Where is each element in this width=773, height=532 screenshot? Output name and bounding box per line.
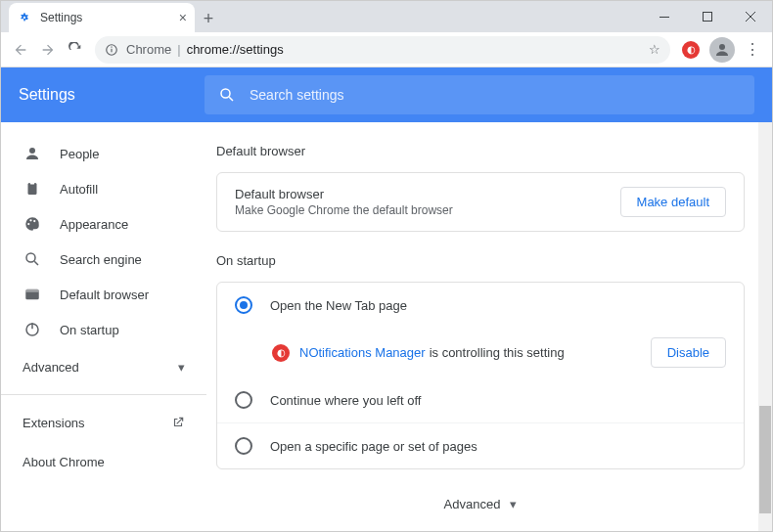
sidebar-item-label: Appearance bbox=[60, 217, 128, 232]
extension-notice-row: ◐ NOtifications Manager is controlling t… bbox=[217, 328, 744, 377]
svg-point-7 bbox=[29, 148, 35, 154]
browser-icon bbox=[23, 286, 42, 303]
settings-header: Settings bbox=[1, 67, 772, 122]
startup-option-continue[interactable]: Continue where you left off bbox=[217, 377, 744, 422]
svg-rect-8 bbox=[28, 183, 37, 195]
clipboard-icon bbox=[23, 180, 42, 198]
separator: | bbox=[177, 42, 180, 57]
svg-point-12 bbox=[33, 220, 35, 222]
card-on-startup: Open the New Tab page ◐ NOtifications Ma… bbox=[216, 282, 745, 469]
svg-rect-9 bbox=[30, 182, 35, 185]
section-on-startup: On startup bbox=[216, 253, 745, 268]
sidebar-item-label: Default browser bbox=[60, 288, 149, 302]
external-link-icon bbox=[171, 416, 185, 429]
about-label: About Chrome bbox=[23, 455, 105, 469]
forward-button[interactable] bbox=[34, 36, 62, 64]
power-icon bbox=[23, 321, 42, 338]
startup-option-newtab[interactable]: Open the New Tab page bbox=[217, 283, 744, 328]
main-panel: Default browser Default browser Make Goo… bbox=[206, 122, 772, 532]
radio-selected-icon[interactable] bbox=[235, 296, 252, 314]
row-subtitle: Make Google Chrome the default browser bbox=[235, 203, 453, 217]
url-text: chrome://settings bbox=[187, 42, 284, 57]
browser-tab[interactable]: Settings × bbox=[9, 3, 195, 32]
section-default-browser: Default browser bbox=[216, 144, 745, 158]
svg-point-5 bbox=[719, 44, 725, 50]
reload-button[interactable] bbox=[62, 36, 89, 64]
tab-title: Settings bbox=[40, 11, 82, 24]
settings-title: Settings bbox=[19, 86, 205, 104]
divider bbox=[1, 394, 206, 395]
sidebar-item-label: Autofill bbox=[60, 182, 98, 197]
settings-favicon bbox=[17, 10, 32, 25]
extension-badge-icon: ◐ bbox=[272, 344, 290, 362]
row-title: Default browser bbox=[235, 187, 453, 201]
svg-rect-1 bbox=[704, 13, 712, 22]
search-input[interactable] bbox=[250, 87, 741, 103]
palette-icon bbox=[23, 215, 42, 233]
content-area: People Autofill Appearance Search engine… bbox=[1, 122, 772, 532]
svg-rect-17 bbox=[31, 323, 33, 329]
sidebar-item-autofill[interactable]: Autofill bbox=[1, 171, 206, 206]
back-button[interactable] bbox=[7, 36, 34, 64]
startup-option-specific[interactable]: Open a specific page or set of pages bbox=[217, 422, 744, 468]
profile-avatar[interactable] bbox=[709, 37, 735, 63]
make-default-button[interactable]: Make default bbox=[620, 187, 726, 217]
window-titlebar: Settings × + bbox=[1, 1, 772, 32]
advanced-expand-button[interactable]: Advanced ▾ bbox=[216, 497, 745, 511]
option-label: Continue where you left off bbox=[270, 393, 421, 408]
close-window-button[interactable] bbox=[729, 1, 772, 32]
svg-rect-0 bbox=[659, 17, 669, 18]
minimize-button[interactable] bbox=[643, 1, 686, 32]
sidebar-item-appearance[interactable]: Appearance bbox=[1, 206, 206, 242]
maximize-button[interactable] bbox=[686, 1, 729, 32]
new-tab-button[interactable]: + bbox=[195, 5, 222, 32]
sidebar-item-people[interactable]: People bbox=[1, 136, 206, 171]
sidebar-item-default-browser[interactable]: Default browser bbox=[1, 277, 206, 312]
info-icon bbox=[105, 43, 118, 57]
window-controls bbox=[643, 1, 772, 32]
advanced-label: Advanced bbox=[23, 360, 79, 375]
origin-chip: Chrome bbox=[126, 42, 171, 57]
svg-point-13 bbox=[26, 253, 35, 262]
svg-point-6 bbox=[221, 89, 230, 98]
scrollbar-thumb[interactable] bbox=[759, 406, 771, 513]
sidebar: People Autofill Appearance Search engine… bbox=[1, 122, 206, 532]
search-settings[interactable] bbox=[205, 75, 754, 114]
menu-button[interactable]: ⋮ bbox=[739, 36, 766, 64]
svg-rect-4 bbox=[111, 46, 112, 47]
advanced-label: Advanced bbox=[444, 497, 501, 511]
card-default-browser: Default browser Make Google Chrome the d… bbox=[216, 172, 745, 232]
sidebar-item-label: Search engine bbox=[60, 252, 142, 267]
extensions-label: Extensions bbox=[23, 416, 85, 430]
chevron-down-icon: ▾ bbox=[510, 497, 517, 511]
tab-close-icon[interactable]: × bbox=[179, 10, 187, 25]
sidebar-extensions[interactable]: Extensions bbox=[1, 403, 206, 442]
search-icon bbox=[218, 86, 236, 104]
chevron-down-icon: ▾ bbox=[178, 360, 185, 375]
sidebar-about[interactable]: About Chrome bbox=[1, 442, 206, 481]
svg-point-11 bbox=[29, 219, 31, 221]
option-label: Open the New Tab page bbox=[270, 298, 407, 313]
toolbar: Chrome | chrome://settings ☆ ◐ ⋮ bbox=[1, 32, 772, 67]
extension-link[interactable]: NOtifications Manager bbox=[299, 345, 426, 360]
sidebar-item-label: People bbox=[60, 147, 99, 161]
radio-icon[interactable] bbox=[235, 391, 252, 409]
address-bar[interactable]: Chrome | chrome://settings ☆ bbox=[95, 36, 670, 64]
sidebar-advanced[interactable]: Advanced ▾ bbox=[1, 347, 206, 386]
radio-icon[interactable] bbox=[235, 437, 252, 455]
default-browser-row: Default browser Make Google Chrome the d… bbox=[217, 173, 744, 231]
scrollbar[interactable] bbox=[758, 122, 772, 532]
svg-rect-15 bbox=[25, 289, 39, 292]
svg-point-10 bbox=[27, 223, 29, 225]
sidebar-item-on-startup[interactable]: On startup bbox=[1, 312, 206, 347]
svg-rect-3 bbox=[111, 48, 112, 52]
search-icon bbox=[23, 250, 42, 268]
bookmark-star-icon[interactable]: ☆ bbox=[649, 42, 660, 57]
sidebar-item-search-engine[interactable]: Search engine bbox=[1, 242, 206, 277]
person-icon bbox=[23, 145, 42, 162]
extension-post-text: is controlling this setting bbox=[430, 345, 565, 360]
sidebar-item-label: On startup bbox=[60, 323, 119, 337]
disable-button[interactable]: Disable bbox=[651, 337, 726, 368]
option-label: Open a specific page or set of pages bbox=[270, 439, 477, 454]
extension-icon[interactable]: ◐ bbox=[682, 41, 700, 59]
